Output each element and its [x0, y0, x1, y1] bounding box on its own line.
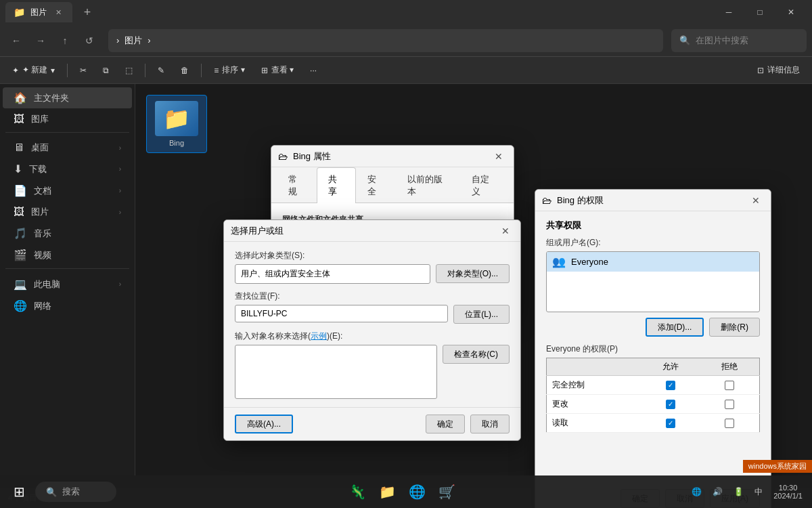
sidebar-item-gallery[interactable]: 🖼 图库	[3, 109, 132, 129]
sidebar: 🏠 主文件夹 🖼 图库 🖥 桌面 › ⬇ 下载 › 📄 文档 › 🖼 图片 ›	[0, 84, 135, 488]
back-button[interactable]: ←	[5, 30, 27, 51]
location-button[interactable]: 位置(L)...	[453, 305, 510, 324]
taskbar-search-label: 搜索	[62, 486, 80, 498]
object-name-input[interactable]	[235, 345, 437, 399]
expand-icon-5: ›	[119, 280, 121, 288]
sidebar-item-thispc[interactable]: 💻 此电脑 ›	[3, 274, 132, 295]
taskbar: ⊞ 🔍 搜索 🦎 📁 🌐 🛒 🌐 🔊 🔋 中 10:30 2024/1/1	[0, 475, 812, 508]
refresh-button[interactable]: ↺	[78, 30, 100, 51]
user-item-everyone[interactable]: 👥 Everyone	[547, 252, 759, 272]
add-user-button[interactable]: 添加(D)...	[646, 318, 704, 337]
taskbar-app-1[interactable]: 📁	[374, 478, 401, 505]
perm-allow-read[interactable]: ✓	[641, 414, 700, 433]
checkbox-allow-read[interactable]: ✓	[666, 419, 675, 428]
tab-previous-versions[interactable]: 以前的版本	[396, 167, 460, 203]
address-bar[interactable]: › 图片 ›	[108, 29, 663, 52]
permissions-table: 允许 拒绝 完全控制 ✓	[546, 358, 760, 433]
perm-table-label: Everyone 的权限(P)	[546, 343, 760, 355]
tab-customize[interactable]: 自定义	[460, 167, 508, 203]
example-link[interactable]: 示例	[311, 331, 327, 341]
close-button[interactable]: ✕	[775, 0, 807, 24]
sidebar-item-desktop[interactable]: 🖥 桌面 ›	[3, 137, 132, 158]
checkbox-deny-full[interactable]	[725, 381, 734, 390]
tray-language[interactable]: 中	[750, 484, 767, 501]
thispc-icon: 💻	[14, 278, 27, 291]
paste-button[interactable]: ⬚	[118, 63, 139, 78]
tab-close-button[interactable]: ✕	[52, 6, 64, 18]
checkbox-deny-change[interactable]	[725, 400, 734, 409]
remove-user-button[interactable]: 删除(R)	[709, 318, 760, 337]
tray-clock[interactable]: 10:30 2024/1/1	[769, 481, 807, 503]
forward-button[interactable]: →	[30, 30, 51, 51]
permissions-dialog: 🗁 Bing 的权限 ✕ 共享权限 组或用户名(G): 👥 Everyone	[535, 189, 771, 508]
taskbar-app-0[interactable]: 🦎	[344, 478, 371, 505]
content-area: 📁 Bing 🗁 Bing 属性 ✕ 常规	[135, 84, 812, 488]
object-type-button[interactable]: 对象类型(O)...	[436, 264, 510, 283]
perm-allow-change[interactable]: ✓	[641, 395, 700, 414]
checkbox-deny-read[interactable]	[725, 419, 734, 428]
perm-deny-read[interactable]	[700, 414, 760, 433]
permissions-close-button[interactable]: ✕	[748, 192, 764, 209]
paste-icon: ⬚	[125, 66, 133, 75]
dialog-close-button[interactable]: ✕	[491, 148, 507, 165]
more-button[interactable]: ···	[303, 63, 323, 78]
perm-allow-full-control[interactable]: ✓	[641, 376, 700, 395]
sidebar-item-downloads[interactable]: ⬇ 下载 ›	[3, 158, 132, 179]
path-label: ›	[116, 35, 119, 45]
advanced-button[interactable]: 高级(A)...	[235, 415, 293, 433]
details-button[interactable]: ⊡ 详细信息	[750, 62, 807, 79]
sidebar-item-network[interactable]: 🌐 网络	[3, 295, 132, 316]
taskbar-app-2[interactable]: 🌐	[403, 478, 430, 505]
new-label: ✦ 新建	[22, 64, 47, 76]
active-tab[interactable]: 📁 图片 ✕	[5, 2, 72, 22]
cut-icon: ✂	[80, 66, 87, 75]
taskbar-search[interactable]: 🔍 搜索	[35, 482, 116, 502]
up-button[interactable]: ↑	[54, 30, 76, 51]
view-button[interactable]: ⊞ 查看 ▾	[254, 62, 300, 79]
tab-security[interactable]: 安全	[356, 167, 396, 203]
new-tab-button[interactable]: +	[78, 3, 97, 22]
share-perms-header: 共享权限	[546, 219, 760, 232]
users-list: 👥 Everyone	[546, 251, 760, 312]
check-names-button[interactable]: 检查名称(C)	[443, 345, 510, 364]
documents-icon: 📄	[14, 184, 27, 197]
new-button[interactable]: ✦ ✦ 新建 ▾	[5, 62, 62, 79]
titlebar: 📁 图片 ✕ + ─ □ ✕	[0, 0, 812, 24]
select-ok-button[interactable]: 确定	[426, 415, 465, 433]
cut-button[interactable]: ✂	[73, 63, 93, 78]
permissions-body: 共享权限 组或用户名(G): 👥 Everyone 添加(D)...	[535, 211, 771, 482]
maximize-button[interactable]: □	[744, 0, 775, 24]
start-button[interactable]: ⊞	[5, 478, 32, 505]
window-controls: ─ □ ✕	[713, 0, 807, 24]
select-user-close-button[interactable]: ✕	[497, 223, 514, 239]
sidebar-item-pictures[interactable]: 🖼 图片 ›	[3, 202, 132, 222]
delete-button[interactable]: 🗑	[174, 63, 196, 78]
taskbar-app-3[interactable]: 🛒	[433, 478, 460, 505]
sidebar-item-documents[interactable]: 📄 文档 ›	[3, 180, 132, 201]
tray-battery-icon[interactable]: 🔋	[729, 484, 748, 499]
checkbox-allow-change[interactable]: ✓	[666, 400, 675, 409]
sort-button[interactable]: ≡ 排序 ▾	[207, 62, 251, 79]
perm-deny-full-control[interactable]	[700, 376, 760, 395]
checkbox-allow-full[interactable]: ✓	[666, 381, 675, 390]
toolbar-separator-1	[67, 64, 68, 77]
tab-general[interactable]: 常规	[277, 167, 317, 203]
search-bar[interactable]: 🔍 在图片中搜索	[671, 29, 807, 52]
sort-label: 排序 ▾	[222, 64, 244, 76]
sidebar-label-downloads: 下载	[29, 163, 47, 175]
sidebar-item-home[interactable]: 🏠 主文件夹	[3, 87, 132, 108]
tab-share[interactable]: 共享	[317, 167, 357, 203]
sidebar-item-videos[interactable]: 🎬 视频	[3, 245, 132, 266]
perm-name-full-control: 完全控制	[547, 376, 641, 395]
copy-button[interactable]: ⧉	[96, 63, 116, 78]
user-name-everyone: Everyone	[571, 257, 608, 267]
tray-volume-icon[interactable]: 🔊	[708, 484, 727, 499]
expand-icon: ›	[119, 144, 121, 152]
perm-deny-change[interactable]	[700, 395, 760, 414]
rename-button[interactable]: ✎	[151, 63, 171, 78]
details-label: 详细信息	[767, 64, 800, 76]
minimize-button[interactable]: ─	[713, 0, 744, 24]
tray-network-icon[interactable]: 🌐	[687, 484, 706, 499]
sidebar-item-music[interactable]: 🎵 音乐	[3, 223, 132, 244]
select-cancel-button[interactable]: 取消	[470, 415, 510, 433]
